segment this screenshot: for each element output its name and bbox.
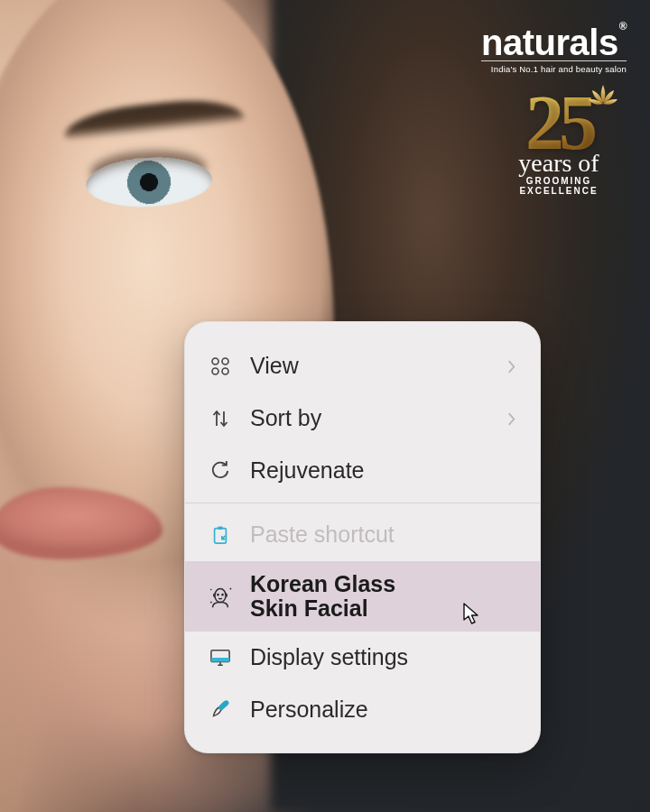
menu-item-paste-shortcut: Paste shortcut: [185, 509, 540, 561]
menu-item-label: View: [250, 354, 490, 379]
svg-point-1: [222, 358, 228, 364]
anniversary-sub1: GROOMING: [491, 176, 627, 186]
anniversary-badge: 25 years of GROOMING EXCELLENCE: [491, 90, 627, 196]
svg-point-6: [215, 589, 226, 603]
brand-name-text: naturals: [481, 23, 618, 62]
context-menu[interactable]: View Sort by Rejuvenate: [184, 321, 541, 753]
chevron-right-icon: [506, 359, 516, 374]
refresh-icon: [207, 457, 234, 484]
clipboard-icon: [207, 521, 234, 549]
menu-item-label: Personalize: [250, 697, 516, 723]
svg-rect-5: [218, 526, 223, 530]
facial-icon: [207, 583, 234, 610]
menu-item-rejuvenate[interactable]: Rejuvenate: [185, 445, 540, 497]
brand-tagline: India's No.1 hair and beauty salon: [481, 60, 627, 74]
svg-rect-10: [211, 658, 229, 662]
svg-point-2: [212, 368, 218, 374]
menu-item-label: Display settings: [250, 645, 516, 670]
menu-item-label: Rejuvenate: [250, 458, 516, 484]
menu-item-display-settings[interactable]: Display settings: [185, 632, 540, 684]
menu-item-label: Sort by: [250, 406, 490, 431]
brush-icon: [207, 697, 234, 724]
menu-item-label: Paste shortcut: [250, 522, 516, 548]
chevron-right-icon: [506, 411, 516, 427]
svg-point-0: [212, 358, 218, 364]
menu-separator: [185, 503, 540, 503]
menu-item-personalize[interactable]: Personalize: [185, 684, 540, 736]
menu-item-view[interactable]: View: [185, 340, 540, 392]
svg-point-7: [218, 595, 218, 595]
registered-mark: ®: [619, 20, 627, 32]
anniversary-sub2: EXCELLENCE: [491, 186, 627, 196]
cursor-icon: [462, 603, 482, 626]
svg-point-8: [222, 595, 223, 595]
svg-point-3: [222, 368, 228, 374]
brand-logo: naturals® India's No.1 hair and beauty s…: [481, 22, 627, 74]
brand-name: naturals®: [481, 22, 627, 59]
grid-icon: [207, 353, 234, 380]
menu-item-korean-glass-skin-facial[interactable]: Korean Glass Skin Facial: [185, 561, 540, 632]
menu-item-sort-by[interactable]: Sort by: [185, 392, 540, 445]
lotus-icon: [587, 83, 619, 110]
display-icon: [207, 644, 234, 671]
sort-icon: [207, 405, 234, 432]
